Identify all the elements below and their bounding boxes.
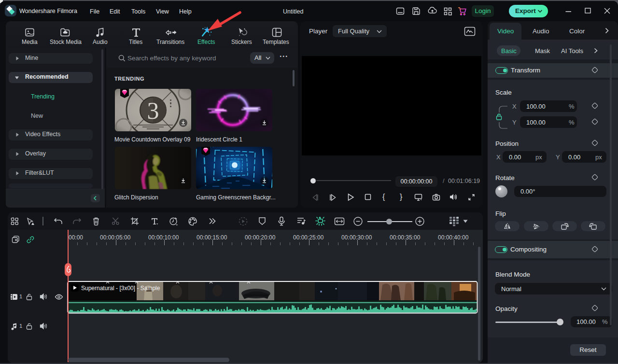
svg-text:3: 3 (147, 97, 159, 124)
